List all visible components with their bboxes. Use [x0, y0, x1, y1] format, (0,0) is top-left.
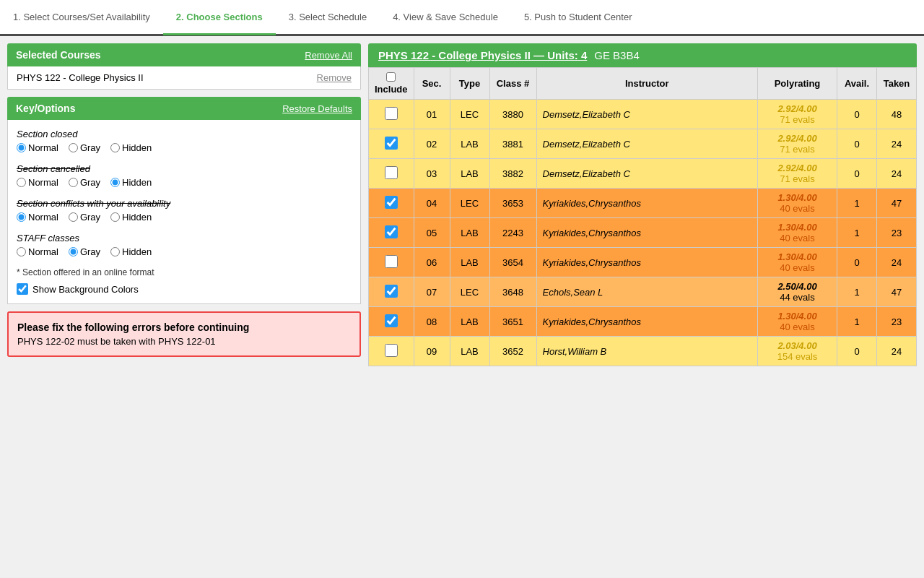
cell-polyrating-3: 1.30/4.0040 evals	[758, 189, 837, 218]
radio-closed-gray[interactable]: Gray	[69, 142, 100, 153]
cell-type-2: LAB	[450, 159, 489, 189]
cell-avail-5: 0	[837, 248, 877, 277]
cell-instructor-6: Echols,Sean L	[536, 277, 757, 307]
main-layout: Selected Courses Remove All PHYS 122 - C…	[0, 36, 924, 374]
table-row: 01 LEC 3880 Demsetz,Elizabeth C 2.92/4.0…	[369, 100, 917, 129]
table-row: 05 LAB 2243 Kyriakides,Chrysanthos 1.30/…	[369, 218, 917, 248]
course-title: PHYS 122 - College Physics II — Units: 4	[378, 49, 587, 61]
key-options-title: Key/Options	[16, 103, 75, 114]
option-staff-classes-label: STAFF classes	[17, 233, 352, 243]
radio-closed-hidden[interactable]: Hidden	[110, 142, 152, 153]
cell-sec-3: 04	[414, 189, 450, 218]
cell-include-4	[369, 218, 414, 248]
error-body: PHYS 122-02 must be taken with PHYS 122-…	[17, 336, 351, 347]
nav-tabs: 1. Select Courses/Set Availability2. Cho…	[0, 0, 924, 36]
cell-include-8	[369, 337, 414, 366]
radio-cancelled-hidden[interactable]: Hidden	[110, 177, 152, 188]
radio-staff-normal[interactable]: Normal	[17, 246, 58, 257]
option-section-closed-radios: Normal Gray Hidden	[17, 142, 352, 153]
key-options-header: Key/Options Restore Defaults	[7, 97, 361, 120]
cell-type-1: LAB	[450, 129, 489, 159]
selected-courses-body: PHYS 122 - College Physics II Remove	[7, 66, 361, 90]
include-checkbox-6[interactable]	[385, 285, 398, 298]
sections-table: Include Sec. Type Class # Instructor Pol…	[368, 67, 917, 366]
cell-include-7	[369, 307, 414, 337]
table-row: 04 LEC 3653 Kyriakides,Chrysanthos 1.30/…	[369, 189, 917, 218]
option-section-cancelled-radios: Normal Gray Hidden	[17, 177, 352, 188]
cell-polyrating-2: 2.92/4.0071 evals	[758, 159, 837, 189]
cell-avail-2: 0	[837, 159, 877, 189]
cell-include-6	[369, 277, 414, 307]
table-row: 07 LEC 3648 Echols,Sean L 2.50/4.0044 ev…	[369, 277, 917, 307]
error-box: Please fix the following errors before c…	[7, 311, 361, 357]
cell-sec-8: 09	[414, 337, 450, 366]
cell-instructor-3: Kyriakides,Chrysanthos	[536, 189, 757, 218]
include-checkbox-1[interactable]	[385, 137, 398, 150]
radio-conflicts-gray[interactable]: Gray	[69, 212, 100, 223]
cell-instructor-5: Kyriakides,Chrysanthos	[536, 248, 757, 277]
nav-tab-tab1[interactable]: 1. Select Courses/Set Availability	[0, 1, 163, 35]
cell-type-6: LEC	[450, 277, 489, 307]
cell-type-0: LEC	[450, 100, 489, 129]
cell-sec-5: 06	[414, 248, 450, 277]
nav-tab-tab4[interactable]: 4. View & Save Schedule	[380, 1, 511, 35]
cell-instructor-2: Demsetz,Elizabeth C	[536, 159, 757, 189]
cell-taken-2: 24	[877, 159, 917, 189]
show-bg-colors-label: Show Background Colors	[32, 284, 139, 295]
include-all-checkbox[interactable]	[386, 72, 396, 82]
table-row: 08 LAB 3651 Kyriakides,Chrysanthos 1.30/…	[369, 307, 917, 337]
cell-type-3: LEC	[450, 189, 489, 218]
radio-conflicts-hidden[interactable]: Hidden	[110, 212, 152, 223]
remove-all-link[interactable]: Remove All	[305, 50, 352, 61]
radio-staff-gray[interactable]: Gray	[69, 246, 100, 257]
include-checkbox-2[interactable]	[385, 166, 398, 179]
course-ge: GE B3B4	[594, 49, 640, 61]
nav-tab-tab3[interactable]: 3. Select Schedule	[276, 1, 380, 35]
cell-include-5	[369, 248, 414, 277]
restore-defaults-link[interactable]: Restore Defaults	[282, 103, 352, 114]
option-section-closed: Section closed Normal Gray Hidden	[17, 129, 352, 153]
show-bg-colors-row: Show Background Colors	[17, 283, 352, 295]
radio-closed-normal[interactable]: Normal	[17, 142, 58, 153]
cell-taken-5: 24	[877, 248, 917, 277]
cell-polyrating-6: 2.50/4.0044 evals	[758, 277, 837, 307]
cell-instructor-7: Kyriakides,Chrysanthos	[536, 307, 757, 337]
th-type: Type	[450, 68, 489, 100]
online-format-note: * Section offered in an online format	[17, 267, 352, 277]
include-checkbox-4[interactable]	[385, 225, 398, 238]
remove-course-link[interactable]: Remove	[317, 72, 352, 83]
cell-sec-1: 02	[414, 129, 450, 159]
cell-sec-0: 01	[414, 100, 450, 129]
cell-polyrating-1: 2.92/4.0071 evals	[758, 129, 837, 159]
cell-taken-1: 24	[877, 129, 917, 159]
cell-sec-6: 07	[414, 277, 450, 307]
cell-class-6: 3648	[489, 277, 536, 307]
show-bg-colors-checkbox[interactable]	[17, 283, 28, 295]
radio-cancelled-normal[interactable]: Normal	[17, 177, 58, 188]
radio-staff-hidden[interactable]: Hidden	[110, 246, 152, 257]
option-section-conflicts-radios: Normal Gray Hidden	[17, 212, 352, 223]
course-name: PHYS 122 - College Physics II	[17, 72, 144, 83]
radio-cancelled-gray[interactable]: Gray	[69, 177, 100, 188]
cell-type-4: LAB	[450, 218, 489, 248]
include-checkbox-3[interactable]	[385, 196, 398, 209]
error-title: Please fix the following errors before c…	[17, 322, 351, 333]
cell-avail-4: 1	[837, 218, 877, 248]
radio-conflicts-normal[interactable]: Normal	[17, 212, 58, 223]
cell-sec-2: 03	[414, 159, 450, 189]
th-class: Class #	[489, 68, 536, 100]
th-avail: Avail.	[837, 68, 877, 100]
nav-tab-tab2[interactable]: 2. Choose Sections	[163, 1, 276, 35]
key-options-body: Section closed Normal Gray Hidden Sectio…	[7, 120, 361, 304]
nav-tab-tab5[interactable]: 5. Push to Student Center	[511, 1, 645, 35]
th-instructor: Instructor	[536, 68, 757, 100]
cell-class-7: 3651	[489, 307, 536, 337]
cell-type-7: LAB	[450, 307, 489, 337]
option-section-conflicts-label: Section conflicts with your availability	[17, 198, 352, 209]
include-checkbox-8[interactable]	[385, 344, 398, 357]
include-checkbox-0[interactable]	[385, 107, 398, 120]
include-checkbox-7[interactable]	[385, 314, 398, 327]
cell-avail-8: 0	[837, 337, 877, 366]
cell-avail-1: 0	[837, 129, 877, 159]
include-checkbox-5[interactable]	[385, 255, 398, 268]
